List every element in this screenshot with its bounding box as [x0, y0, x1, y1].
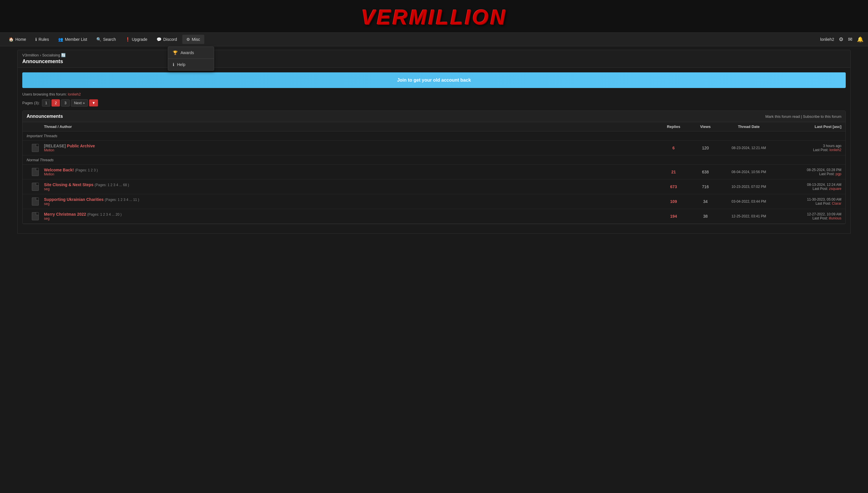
last-post-col: 08-13-2024, 12:24 AM Last Post: zsquare — [778, 183, 841, 191]
nav-search[interactable]: 🔍 Search — [92, 35, 120, 44]
section-important: Important Threads — [23, 131, 845, 141]
doc-icon — [32, 212, 39, 220]
page-next[interactable]: Next » — [71, 99, 88, 107]
views-count: 716 — [691, 185, 720, 189]
replies-count: 673 — [656, 185, 691, 189]
forum-header: Announcements Mark this forum read | Sub… — [23, 111, 845, 122]
breadcrumb-socialising[interactable]: Socialising — [42, 53, 60, 57]
thread-icon — [27, 168, 44, 176]
thread-icon — [27, 197, 44, 206]
nav-username: lonlieh2 — [820, 37, 834, 42]
table-row: Site Closing & Next Steps (Pages: 1 2 3 … — [23, 179, 845, 194]
dropdown-awards[interactable]: 🏆 Awards — [168, 47, 214, 59]
thread-date: 03-04-2022, 03:44 PM — [720, 199, 778, 203]
thread-author-link[interactable]: seg — [44, 187, 656, 191]
dropdown-help[interactable]: ℹ Help — [168, 59, 214, 70]
views-count: 38 — [691, 214, 720, 218]
discord-icon: 💬 — [157, 37, 161, 42]
replies-count: 21 — [656, 170, 691, 174]
browsing-user-link[interactable]: lonlieh2 — [68, 92, 81, 97]
thread-title-link[interactable]: Welcome Back! — [44, 168, 74, 172]
nav-discord[interactable]: 💬 Discord — [153, 35, 181, 44]
page-3[interactable]: 3 — [61, 99, 69, 107]
table-row: Merry Christmas 2022 (Pages: 1 2 3 4 ...… — [23, 209, 845, 224]
rules-icon: ℹ — [35, 37, 37, 42]
subscribe-forum[interactable]: Subscribe to this forum — [803, 114, 841, 119]
thread-date: 10-23-2023, 07:02 PM — [720, 185, 778, 189]
thread-title-link[interactable]: Merry Christmas 2022 — [44, 212, 86, 217]
thread-info: Site Closing & Next Steps (Pages: 1 2 3 … — [44, 183, 656, 191]
views-count: 120 — [691, 146, 720, 150]
last-post-col: 11-30-2023, 05:00 AM Last Post: Clarar — [778, 197, 841, 206]
page-2[interactable]: 2 — [51, 99, 60, 107]
table-row: [RELEASE] Public Archive Mellon 6 120 08… — [23, 141, 845, 155]
replies-count: 109 — [656, 199, 691, 204]
site-logo[interactable]: VERMILLION — [0, 5, 868, 29]
help-icon: ℹ — [173, 62, 174, 67]
doc-icon — [32, 168, 39, 176]
page-1[interactable]: 1 — [42, 99, 50, 107]
last-post-user-link[interactable]: pgp — [836, 172, 841, 176]
table-row: Welcome Back! (Pages: 1 2 3 ) Mellon 21 … — [23, 165, 845, 179]
thread-author-link[interactable]: seg — [44, 217, 656, 220]
settings-icon[interactable]: ⚙ — [839, 36, 843, 43]
col-thread-author: Thread / Author — [44, 125, 656, 129]
last-post-col: 3 hours ago Last Post: lonlieh2 — [778, 144, 841, 152]
misc-icon: ⚙ — [186, 37, 190, 42]
thread-title-link[interactable]: Public Archive — [67, 144, 95, 148]
upgrade-icon: ❗ — [125, 37, 130, 42]
thread-icon — [27, 212, 44, 220]
thread-title-link[interactable]: Supporting Ukrainian Charities — [44, 197, 104, 202]
memberlist-icon: 👥 — [58, 37, 63, 42]
col-headers: Thread / Author Replies Views Thread Dat… — [23, 122, 845, 131]
col-views: Views — [691, 125, 720, 129]
mark-forum-read[interactable]: Mark this forum read — [765, 114, 800, 119]
notifications-icon[interactable]: 🔔 — [857, 36, 863, 43]
home-icon: 🏠 — [9, 37, 14, 42]
sync-icon: 🔄 — [61, 53, 66, 57]
pagination: Pages (3): 1 2 3 Next » ▼ — [22, 99, 846, 107]
main-content: Join to get your old account back Users … — [17, 68, 851, 234]
breadcrumb-bar: V3rmillion › Socialising 🔄 Announcements — [17, 50, 851, 68]
thread-author-link[interactable]: Mellon — [44, 172, 656, 176]
forum-actions: Mark this forum read | Subscribe to this… — [765, 114, 841, 119]
breadcrumb-path: V3rmillion › Socialising 🔄 — [22, 53, 846, 57]
last-post-user-link[interactable]: illunious — [829, 216, 841, 220]
misc-dropdown: 🏆 Awards ℹ Help — [168, 47, 214, 71]
mail-icon[interactable]: ✉ — [848, 36, 852, 43]
awards-icon: 🏆 — [173, 50, 178, 55]
nav-misc[interactable]: ⚙ Misc — [182, 35, 204, 44]
forum-section: Announcements Mark this forum read | Sub… — [22, 111, 846, 224]
thread-title-link[interactable]: Site Closing & Next Steps — [44, 183, 93, 187]
thread-date: 12-25-2022, 03:41 PM — [720, 214, 778, 218]
doc-icon — [32, 197, 39, 206]
thread-author-link[interactable]: Mellon — [44, 148, 656, 152]
col-thread-date: Thread Date — [720, 125, 778, 129]
thread-icon — [27, 183, 44, 191]
nav-memberlist[interactable]: 👥 Member List — [54, 35, 91, 44]
pagination-label: Pages (3): — [22, 101, 40, 105]
users-browsing: Users browsing this forum: lonlieh2 — [22, 92, 846, 97]
navbar: 🏠 Home ℹ Rules 👥 Member List 🔍 Search ❗ … — [0, 33, 868, 46]
nav-upgrade[interactable]: ❗ Upgrade — [121, 35, 152, 44]
nav-home[interactable]: 🏠 Home — [5, 35, 30, 44]
breadcrumb-v3rmillion[interactable]: V3rmillion — [22, 53, 39, 57]
thread-author-link[interactable]: seg — [44, 202, 656, 206]
thread-date: 08-04-2024, 10:56 PM — [720, 170, 778, 174]
nav-rules[interactable]: ℹ Rules — [31, 35, 53, 44]
section-normal: Normal Threads — [23, 155, 845, 165]
last-post-user-link[interactable]: Clarar — [832, 201, 841, 206]
page-dropdown-btn[interactable]: ▼ — [89, 99, 98, 107]
thread-info: Welcome Back! (Pages: 1 2 3 ) Mellon — [44, 168, 656, 176]
nav-user-area: lonlieh2 ⚙ ✉ 🔔 — [820, 36, 863, 43]
doc-icon — [32, 144, 39, 152]
thread-icon — [27, 144, 44, 152]
last-post-user-link[interactable]: lonlieh2 — [829, 148, 841, 152]
table-row: Supporting Ukrainian Charities (Pages: 1… — [23, 194, 845, 209]
views-count: 34 — [691, 199, 720, 204]
doc-icon — [32, 183, 39, 191]
last-post-user-link[interactable]: zsquare — [829, 187, 841, 191]
col-replies: Replies — [656, 125, 691, 129]
join-banner[interactable]: Join to get your old account back — [22, 72, 846, 88]
search-icon: 🔍 — [96, 37, 101, 42]
